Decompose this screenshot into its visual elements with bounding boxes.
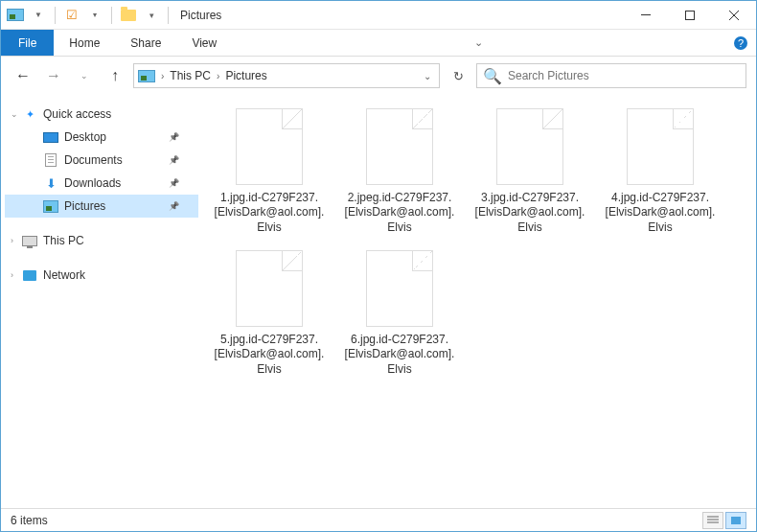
help-button[interactable]: ?: [725, 30, 756, 56]
up-button[interactable]: ↑: [103, 63, 127, 88]
sidebar-item-this-pc[interactable]: › This PC: [5, 229, 198, 252]
titlebar: ▼ ☑ ▾ ▾ Pictures: [1, 1, 756, 30]
qat-dropdown-icon[interactable]: ▾: [84, 5, 105, 26]
forward-button[interactable]: →: [41, 63, 66, 88]
navigation-pane[interactable]: ⌄ ✦ Quick access Desktop Documents ⬇ Dow…: [1, 95, 202, 507]
file-item[interactable]: 1.jpg.id-C279F237.[ElvisDark@aol.com].El…: [208, 104, 331, 239]
file-item[interactable]: 2.jpeg.id-C279F237.[ElvisDark@aol.com].E…: [338, 104, 461, 239]
explorer-icon[interactable]: [5, 5, 26, 26]
svg-text:?: ?: [738, 37, 744, 49]
properties-icon[interactable]: ☑: [61, 5, 82, 26]
sidebar-item-label: This PC: [43, 234, 84, 247]
file-name: 1.jpg.id-C279F237.[ElvisDark@aol.com].El…: [212, 191, 327, 235]
sidebar-item-label: Network: [43, 268, 85, 282]
spacer: [5, 218, 198, 229]
chevron-right-icon[interactable]: ›: [11, 236, 13, 245]
search-box[interactable]: 🔍: [476, 63, 746, 88]
file-icon: [366, 108, 433, 185]
divider: [55, 7, 56, 24]
svg-rect-0: [641, 14, 651, 15]
ribbon: File Home Share View ⌄ ?: [1, 30, 756, 57]
tab-share[interactable]: Share: [115, 30, 176, 56]
chevron-right-icon[interactable]: ›: [11, 270, 13, 280]
close-button[interactable]: [712, 1, 756, 30]
pc-icon: [22, 234, 37, 247]
file-name: 6.jpg.id-C279F237.[ElvisDark@aol.com].El…: [342, 333, 457, 377]
maximize-button[interactable]: [668, 1, 712, 30]
network-icon: [22, 268, 37, 282]
divider: [111, 7, 112, 24]
file-icon: [236, 250, 303, 327]
document-icon: [43, 153, 58, 167]
pictures-icon: [43, 199, 58, 213]
sidebar-item-quick-access[interactable]: ⌄ ✦ Quick access: [5, 103, 198, 126]
file-pane[interactable]: 1.jpg.id-C279F237.[ElvisDark@aol.com].El…: [202, 95, 756, 507]
minimize-button[interactable]: [624, 1, 668, 30]
file-item[interactable]: 3.jpg.id-C279F237.[ElvisDark@aol.com].El…: [469, 104, 591, 239]
tab-home[interactable]: Home: [54, 30, 115, 56]
file-name: 3.jpg.id-C279F237.[ElvisDark@aol.com].El…: [472, 191, 587, 235]
file-icon: [236, 108, 303, 185]
file-name: 2.jpeg.id-C279F237.[ElvisDark@aol.com].E…: [342, 191, 457, 235]
search-input[interactable]: [508, 69, 740, 82]
sidebar-item-downloads[interactable]: ⬇ Downloads: [5, 172, 198, 195]
sidebar-item-network[interactable]: › Network: [5, 264, 198, 287]
sidebar-item-label: Downloads: [64, 176, 121, 190]
large-icons-view-button[interactable]: [725, 512, 746, 529]
quick-access-toolbar: ▼ ☑ ▾ ▾: [1, 5, 176, 26]
window-controls: [624, 1, 756, 30]
ribbon-expand-button[interactable]: ⌄: [464, 30, 494, 56]
sidebar-item-documents[interactable]: Documents: [5, 149, 198, 172]
maximize-icon: [685, 11, 695, 20]
sidebar-item-label: Desktop: [64, 130, 106, 144]
details-view-button[interactable]: [702, 512, 723, 529]
sidebar-item-label: Documents: [64, 153, 123, 167]
chevron-right-icon[interactable]: ›: [159, 71, 166, 81]
close-icon: [729, 11, 739, 20]
details-view-icon: [707, 516, 719, 525]
svg-rect-4: [731, 517, 741, 524]
star-icon: ✦: [22, 107, 37, 121]
qat-customize-icon[interactable]: ▾: [141, 5, 162, 26]
desktop-icon: [43, 130, 58, 144]
statusbar: 6 items: [1, 508, 756, 531]
search-icon: 🔍: [483, 67, 502, 85]
minimize-icon: [641, 14, 651, 15]
status-count: 6 items: [11, 514, 48, 527]
refresh-button[interactable]: ↻: [446, 69, 470, 83]
file-name: 5.jpg.id-C279F237.[ElvisDark@aol.com].El…: [212, 333, 327, 377]
help-icon: ?: [733, 35, 748, 51]
sidebar-item-label: Quick access: [43, 107, 111, 121]
folder-icon[interactable]: [118, 5, 139, 26]
svg-rect-1: [686, 11, 695, 19]
sidebar-item-label: Pictures: [64, 199, 105, 213]
back-button[interactable]: ←: [11, 63, 35, 88]
breadcrumb[interactable]: › This PC › Pictures ⌄: [133, 63, 440, 88]
chevron-right-icon[interactable]: ›: [215, 71, 221, 81]
file-item[interactable]: 6.jpg.id-C279F237.[ElvisDark@aol.com].El…: [338, 246, 461, 381]
view-switcher: [702, 512, 746, 529]
recent-dropdown[interactable]: ⌄: [72, 63, 97, 88]
location-icon: [138, 70, 155, 82]
breadcrumb-dropdown-icon[interactable]: ⌄: [420, 71, 435, 81]
divider: [168, 7, 169, 24]
sidebar-item-desktop[interactable]: Desktop: [5, 126, 198, 149]
icons-view-icon: [730, 516, 742, 525]
breadcrumb-item[interactable]: Pictures: [225, 69, 266, 82]
file-item[interactable]: 5.jpg.id-C279F237.[ElvisDark@aol.com].El…: [208, 246, 331, 381]
file-icon: [496, 108, 563, 185]
main: ⌄ ✦ Quick access Desktop Documents ⬇ Dow…: [1, 95, 756, 507]
file-item[interactable]: 4.jpg.id-C279F237.[ElvisDark@aol.com].El…: [599, 104, 722, 239]
tab-view[interactable]: View: [176, 30, 232, 56]
file-icon: [366, 250, 433, 327]
breadcrumb-item[interactable]: This PC: [170, 69, 211, 82]
chevron-down-icon[interactable]: ⌄: [11, 109, 18, 119]
navbar: ← → ⌄ ↑ › This PC › Pictures ⌄ ↻ 🔍: [1, 57, 756, 95]
file-icon: [627, 108, 694, 185]
file-name: 4.jpg.id-C279F237.[ElvisDark@aol.com].El…: [603, 191, 718, 235]
sidebar-item-pictures[interactable]: Pictures: [5, 195, 198, 218]
qat-dropdown-icon[interactable]: ▼: [28, 5, 49, 26]
spacer: [5, 252, 198, 264]
tab-file[interactable]: File: [1, 30, 54, 56]
download-icon: ⬇: [43, 176, 58, 190]
